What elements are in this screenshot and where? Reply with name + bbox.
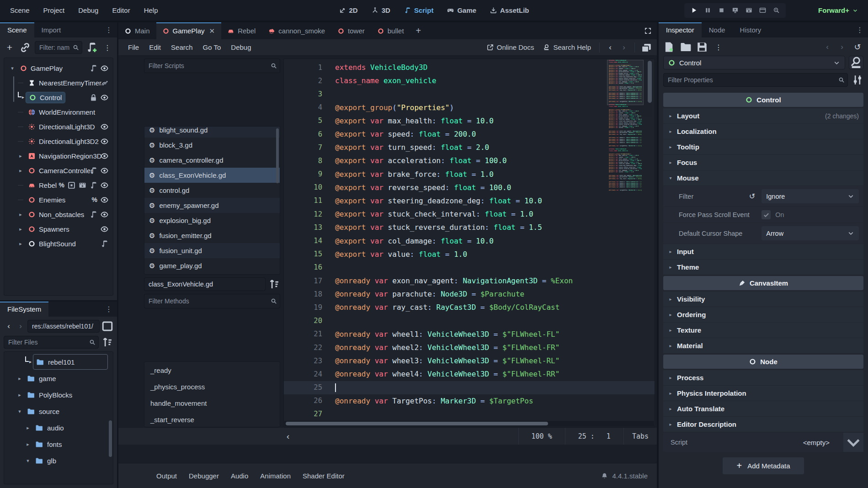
minimap[interactable]: extends VehicleBody3Dclass_name exon_veh…	[609, 60, 642, 205]
scripts-scrollbar[interactable]	[276, 128, 279, 183]
code-line-9[interactable]: 9@export var brake_force: float = 1.0	[284, 168, 655, 181]
line-number[interactable]: 16	[284, 263, 335, 271]
percent-badge-icon[interactable]: %	[59, 181, 64, 189]
code-line-19[interactable]: 19@onready var ray_cast: RayCast3D = $Bo…	[284, 301, 655, 314]
expand-arrow-icon[interactable]: ▸	[16, 241, 25, 247]
folder-audio[interactable]: ▸audio	[5, 419, 112, 436]
eye-icon[interactable]	[101, 225, 108, 233]
eye-icon[interactable]	[101, 152, 108, 160]
scene-node-Non_obstacles[interactable]: ▸Non_obstacles	[5, 207, 112, 222]
attach-script-button[interactable]	[86, 42, 98, 53]
eye-icon[interactable]	[101, 138, 108, 145]
script-menu-go-to[interactable]: Go To	[198, 42, 226, 53]
code-line-20[interactable]: 20	[284, 314, 655, 328]
load-resource-button[interactable]	[680, 41, 692, 53]
script-item-game_play.gd[interactable]: ⚙game_play.gd	[144, 258, 280, 273]
script-icon[interactable]	[90, 167, 97, 175]
line-number[interactable]: 1	[284, 64, 335, 72]
code-horizontal-scrollbar[interactable]	[284, 421, 654, 426]
default-cursor-shape-dropdown[interactable]: Arrow	[761, 226, 859, 240]
script-menu-edit[interactable]: Edit	[144, 42, 166, 53]
folder-PolyBlocks[interactable]: ▸PolyBlocks	[5, 387, 112, 403]
workspace-script-button[interactable]: Script	[399, 4, 439, 16]
resource-menu-button[interactable]: ⋮	[713, 41, 724, 53]
line-number[interactable]: 6	[284, 130, 335, 138]
script-item-class_ExonVehicle.gd[interactable]: ⚙class_ExonVehicle.gd	[144, 168, 280, 183]
run-remote-button[interactable]	[729, 5, 741, 16]
line-number[interactable]: 4	[284, 103, 335, 111]
script-item-control.gd[interactable]: ⚙control.gd	[144, 183, 280, 198]
folder-source[interactable]: ▾source	[5, 403, 112, 419]
scene-node-DirectionalLight3D2[interactable]: DirectionalLight3D2	[5, 134, 112, 149]
renderer-selector[interactable]: Forward+	[818, 6, 858, 14]
edited-node-selector[interactable]: Control	[663, 56, 845, 69]
scene-tree-menu-button[interactable]: ⋮	[101, 42, 113, 53]
code-line-26[interactable]: 26@onready var TargetPos: Marker3D = $Ta…	[284, 394, 655, 408]
bottom-tab-output[interactable]: Output	[150, 469, 183, 483]
code-vertical-scrollbar[interactable]	[648, 61, 652, 399]
folder-rebel101[interactable]: ▸rebel101	[5, 354, 112, 370]
add-node-button[interactable]: +	[4, 42, 16, 53]
property-script[interactable]: Script<empty>	[663, 433, 863, 452]
eye-icon[interactable]	[101, 211, 108, 218]
fullscreen-icon[interactable]	[644, 27, 651, 34]
line-number[interactable]: 26	[284, 397, 335, 405]
script-history-forward-button[interactable]: ›	[619, 42, 629, 53]
line-number[interactable]: 21	[284, 330, 335, 338]
bottom-tab-debugger[interactable]: Debugger	[183, 469, 225, 483]
code-line-23[interactable]: 23@onready var wheel3: VehicleWheel3D = …	[284, 354, 655, 367]
script-item-global.gd[interactable]: ⚙global.gd	[144, 273, 280, 275]
code-line-17[interactable]: 17@onready var exon_nav_agent: Navigatio…	[284, 274, 655, 287]
code-line-15[interactable]: 15@export var value: float = 1.0	[284, 248, 655, 261]
eye-icon[interactable]	[101, 123, 108, 131]
play-button[interactable]	[688, 5, 700, 16]
scene-node-Enemies[interactable]: Enemies%	[5, 192, 112, 207]
make-floating-button[interactable]	[640, 42, 652, 53]
code-line-22[interactable]: 22@onready var wheel2: VehicleWheel3D = …	[284, 341, 655, 354]
line-number[interactable]: 9	[284, 170, 335, 178]
script-menu-file[interactable]: File	[123, 42, 144, 53]
method-item-_physics_process[interactable]: _physics_process	[144, 378, 280, 395]
box-icon[interactable]	[68, 181, 75, 189]
eye-icon[interactable]	[101, 181, 108, 189]
fs-path-field[interactable]: res://assets/rebel101/	[27, 320, 100, 333]
code-line-27[interactable]: 27	[284, 408, 655, 420]
script-history-back-button[interactable]: ‹	[605, 42, 615, 53]
bell-icon[interactable]	[601, 472, 608, 479]
section-localization[interactable]: ▸Localization	[663, 124, 863, 139]
tab-node[interactable]: Node	[702, 22, 733, 37]
fs-filter-input[interactable]	[4, 336, 99, 349]
collapse-arrow-icon[interactable]: ▾	[23, 458, 32, 464]
line-number[interactable]: 23	[284, 357, 335, 365]
scene-node-NearestEnemyTimer[interactable]: NearestEnemyTimer	[5, 75, 112, 90]
play-scene-button[interactable]	[743, 5, 755, 16]
line-number[interactable]: 24	[284, 370, 335, 378]
code-editor[interactable]: 1extends VehicleBody3D2class_name exon_v…	[283, 58, 655, 427]
scene-node-NavigationRegion3D[interactable]: ▸NavigationRegion3D	[5, 149, 112, 163]
scene-tab-Rebel[interactable]: Rebel	[221, 22, 262, 39]
open-docs-for-node-button[interactable]	[849, 56, 863, 69]
line-number[interactable]: 7	[284, 143, 335, 152]
tab-filesystem[interactable]: FileSystem	[0, 302, 48, 317]
property-filter-options-button[interactable]	[852, 74, 863, 86]
script-icon[interactable]	[90, 181, 97, 189]
scripts-sort-button[interactable]	[268, 278, 280, 290]
script-item-blight_sound.gd[interactable]: ⚙blight_sound.gd	[144, 126, 280, 138]
script-item-block_3.gd[interactable]: ⚙block_3.gd	[144, 138, 280, 153]
menu-editor[interactable]: Editor	[107, 4, 135, 16]
checkbox[interactable]	[761, 210, 771, 219]
filesystem-menu-button[interactable]: ⋮	[101, 302, 117, 317]
section-texture[interactable]: ▸Texture	[663, 323, 863, 338]
indent-type-indicator[interactable]: Tabs	[623, 428, 657, 445]
expand-arrow-icon[interactable]: ▸	[16, 212, 25, 217]
code-line-1[interactable]: 1extends VehicleBody3D	[284, 61, 655, 74]
section-physics-interpolation[interactable]: ▸Physics Interpolation	[663, 386, 863, 401]
filter-properties-input[interactable]	[663, 73, 848, 87]
tab-inspector[interactable]: Inspector	[659, 22, 702, 37]
section-auto-translate[interactable]: ▸Auto Translate	[663, 401, 863, 416]
scene-node-CameraController[interactable]: ▸CameraController	[5, 163, 112, 178]
folder-game[interactable]: ▸game	[5, 370, 112, 387]
menu-debug[interactable]: Debug	[73, 4, 104, 16]
line-number[interactable]: 19	[284, 303, 335, 312]
scene-node-DirectionalLight3D[interactable]: DirectionalLight3D	[5, 119, 112, 134]
